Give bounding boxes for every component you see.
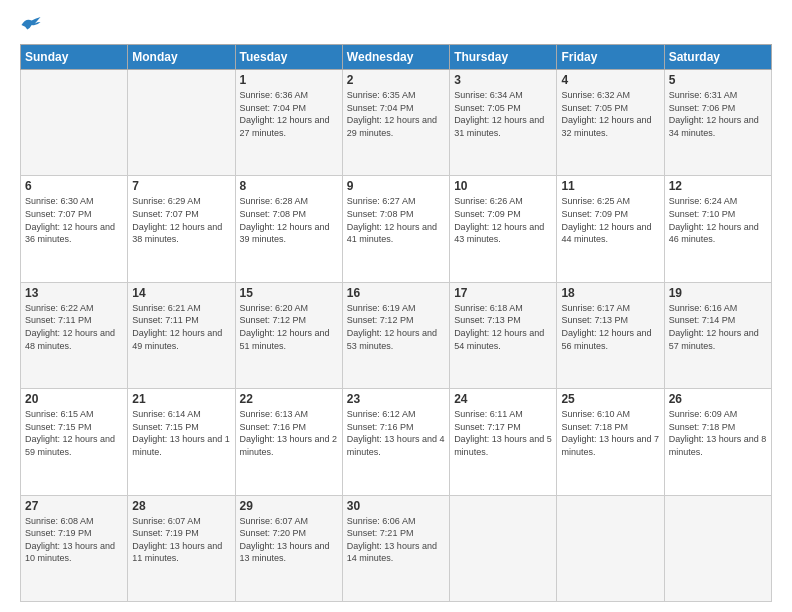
day-info: Sunrise: 6:24 AM Sunset: 7:10 PM Dayligh… xyxy=(669,195,767,245)
calendar-cell: 22Sunrise: 6:13 AM Sunset: 7:16 PM Dayli… xyxy=(235,389,342,495)
calendar-cell: 14Sunrise: 6:21 AM Sunset: 7:11 PM Dayli… xyxy=(128,282,235,388)
day-info: Sunrise: 6:10 AM Sunset: 7:18 PM Dayligh… xyxy=(561,408,659,458)
calendar-table: SundayMondayTuesdayWednesdayThursdayFrid… xyxy=(20,44,772,602)
calendar-week-row: 27Sunrise: 6:08 AM Sunset: 7:19 PM Dayli… xyxy=(21,495,772,601)
day-info: Sunrise: 6:17 AM Sunset: 7:13 PM Dayligh… xyxy=(561,302,659,352)
day-info: Sunrise: 6:13 AM Sunset: 7:16 PM Dayligh… xyxy=(240,408,338,458)
day-number: 13 xyxy=(25,286,123,300)
day-info: Sunrise: 6:19 AM Sunset: 7:12 PM Dayligh… xyxy=(347,302,445,352)
day-number: 26 xyxy=(669,392,767,406)
day-info: Sunrise: 6:08 AM Sunset: 7:19 PM Dayligh… xyxy=(25,515,123,565)
day-number: 21 xyxy=(132,392,230,406)
day-info: Sunrise: 6:07 AM Sunset: 7:19 PM Dayligh… xyxy=(132,515,230,565)
day-number: 19 xyxy=(669,286,767,300)
day-info: Sunrise: 6:18 AM Sunset: 7:13 PM Dayligh… xyxy=(454,302,552,352)
day-info: Sunrise: 6:32 AM Sunset: 7:05 PM Dayligh… xyxy=(561,89,659,139)
header xyxy=(20,16,772,34)
calendar-cell: 16Sunrise: 6:19 AM Sunset: 7:12 PM Dayli… xyxy=(342,282,449,388)
day-info: Sunrise: 6:06 AM Sunset: 7:21 PM Dayligh… xyxy=(347,515,445,565)
day-info: Sunrise: 6:25 AM Sunset: 7:09 PM Dayligh… xyxy=(561,195,659,245)
day-info: Sunrise: 6:07 AM Sunset: 7:20 PM Dayligh… xyxy=(240,515,338,565)
day-number: 28 xyxy=(132,499,230,513)
day-info: Sunrise: 6:28 AM Sunset: 7:08 PM Dayligh… xyxy=(240,195,338,245)
day-info: Sunrise: 6:11 AM Sunset: 7:17 PM Dayligh… xyxy=(454,408,552,458)
day-number: 1 xyxy=(240,73,338,87)
calendar-cell: 8Sunrise: 6:28 AM Sunset: 7:08 PM Daylig… xyxy=(235,176,342,282)
calendar-cell: 11Sunrise: 6:25 AM Sunset: 7:09 PM Dayli… xyxy=(557,176,664,282)
day-number: 3 xyxy=(454,73,552,87)
day-number: 6 xyxy=(25,179,123,193)
calendar-cell: 19Sunrise: 6:16 AM Sunset: 7:14 PM Dayli… xyxy=(664,282,771,388)
calendar-cell: 4Sunrise: 6:32 AM Sunset: 7:05 PM Daylig… xyxy=(557,70,664,176)
weekday-header-sunday: Sunday xyxy=(21,45,128,70)
weekday-header-tuesday: Tuesday xyxy=(235,45,342,70)
calendar-cell xyxy=(21,70,128,176)
weekday-header-monday: Monday xyxy=(128,45,235,70)
weekday-header-wednesday: Wednesday xyxy=(342,45,449,70)
day-info: Sunrise: 6:12 AM Sunset: 7:16 PM Dayligh… xyxy=(347,408,445,458)
calendar-week-row: 6Sunrise: 6:30 AM Sunset: 7:07 PM Daylig… xyxy=(21,176,772,282)
calendar-cell: 27Sunrise: 6:08 AM Sunset: 7:19 PM Dayli… xyxy=(21,495,128,601)
day-info: Sunrise: 6:16 AM Sunset: 7:14 PM Dayligh… xyxy=(669,302,767,352)
day-info: Sunrise: 6:22 AM Sunset: 7:11 PM Dayligh… xyxy=(25,302,123,352)
calendar-cell: 30Sunrise: 6:06 AM Sunset: 7:21 PM Dayli… xyxy=(342,495,449,601)
calendar-cell: 21Sunrise: 6:14 AM Sunset: 7:15 PM Dayli… xyxy=(128,389,235,495)
calendar-cell: 3Sunrise: 6:34 AM Sunset: 7:05 PM Daylig… xyxy=(450,70,557,176)
calendar-cell xyxy=(128,70,235,176)
calendar-week-row: 20Sunrise: 6:15 AM Sunset: 7:15 PM Dayli… xyxy=(21,389,772,495)
day-info: Sunrise: 6:15 AM Sunset: 7:15 PM Dayligh… xyxy=(25,408,123,458)
calendar-cell: 26Sunrise: 6:09 AM Sunset: 7:18 PM Dayli… xyxy=(664,389,771,495)
calendar-cell xyxy=(557,495,664,601)
calendar-cell: 29Sunrise: 6:07 AM Sunset: 7:20 PM Dayli… xyxy=(235,495,342,601)
day-info: Sunrise: 6:36 AM Sunset: 7:04 PM Dayligh… xyxy=(240,89,338,139)
calendar-cell: 15Sunrise: 6:20 AM Sunset: 7:12 PM Dayli… xyxy=(235,282,342,388)
day-number: 9 xyxy=(347,179,445,193)
day-number: 17 xyxy=(454,286,552,300)
day-number: 14 xyxy=(132,286,230,300)
day-info: Sunrise: 6:27 AM Sunset: 7:08 PM Dayligh… xyxy=(347,195,445,245)
calendar-cell: 18Sunrise: 6:17 AM Sunset: 7:13 PM Dayli… xyxy=(557,282,664,388)
calendar-cell: 24Sunrise: 6:11 AM Sunset: 7:17 PM Dayli… xyxy=(450,389,557,495)
calendar-cell: 17Sunrise: 6:18 AM Sunset: 7:13 PM Dayli… xyxy=(450,282,557,388)
day-info: Sunrise: 6:14 AM Sunset: 7:15 PM Dayligh… xyxy=(132,408,230,458)
day-info: Sunrise: 6:34 AM Sunset: 7:05 PM Dayligh… xyxy=(454,89,552,139)
day-info: Sunrise: 6:35 AM Sunset: 7:04 PM Dayligh… xyxy=(347,89,445,139)
calendar-cell: 28Sunrise: 6:07 AM Sunset: 7:19 PM Dayli… xyxy=(128,495,235,601)
day-info: Sunrise: 6:09 AM Sunset: 7:18 PM Dayligh… xyxy=(669,408,767,458)
day-number: 30 xyxy=(347,499,445,513)
day-number: 4 xyxy=(561,73,659,87)
day-info: Sunrise: 6:30 AM Sunset: 7:07 PM Dayligh… xyxy=(25,195,123,245)
day-info: Sunrise: 6:20 AM Sunset: 7:12 PM Dayligh… xyxy=(240,302,338,352)
day-info: Sunrise: 6:26 AM Sunset: 7:09 PM Dayligh… xyxy=(454,195,552,245)
calendar-cell: 6Sunrise: 6:30 AM Sunset: 7:07 PM Daylig… xyxy=(21,176,128,282)
day-number: 20 xyxy=(25,392,123,406)
calendar-cell: 1Sunrise: 6:36 AM Sunset: 7:04 PM Daylig… xyxy=(235,70,342,176)
calendar-cell: 20Sunrise: 6:15 AM Sunset: 7:15 PM Dayli… xyxy=(21,389,128,495)
day-number: 16 xyxy=(347,286,445,300)
day-info: Sunrise: 6:21 AM Sunset: 7:11 PM Dayligh… xyxy=(132,302,230,352)
weekday-header-row: SundayMondayTuesdayWednesdayThursdayFrid… xyxy=(21,45,772,70)
calendar-cell: 12Sunrise: 6:24 AM Sunset: 7:10 PM Dayli… xyxy=(664,176,771,282)
calendar-cell: 7Sunrise: 6:29 AM Sunset: 7:07 PM Daylig… xyxy=(128,176,235,282)
logo-bird-icon xyxy=(20,16,42,34)
calendar-cell: 10Sunrise: 6:26 AM Sunset: 7:09 PM Dayli… xyxy=(450,176,557,282)
calendar-cell xyxy=(664,495,771,601)
calendar-week-row: 13Sunrise: 6:22 AM Sunset: 7:11 PM Dayli… xyxy=(21,282,772,388)
day-number: 10 xyxy=(454,179,552,193)
day-number: 18 xyxy=(561,286,659,300)
day-number: 15 xyxy=(240,286,338,300)
weekday-header-friday: Friday xyxy=(557,45,664,70)
day-number: 5 xyxy=(669,73,767,87)
calendar-cell xyxy=(450,495,557,601)
calendar-cell: 2Sunrise: 6:35 AM Sunset: 7:04 PM Daylig… xyxy=(342,70,449,176)
day-info: Sunrise: 6:31 AM Sunset: 7:06 PM Dayligh… xyxy=(669,89,767,139)
day-number: 23 xyxy=(347,392,445,406)
logo xyxy=(20,16,46,34)
day-number: 27 xyxy=(25,499,123,513)
calendar-week-row: 1Sunrise: 6:36 AM Sunset: 7:04 PM Daylig… xyxy=(21,70,772,176)
calendar-cell: 5Sunrise: 6:31 AM Sunset: 7:06 PM Daylig… xyxy=(664,70,771,176)
calendar-cell: 9Sunrise: 6:27 AM Sunset: 7:08 PM Daylig… xyxy=(342,176,449,282)
day-number: 25 xyxy=(561,392,659,406)
day-number: 11 xyxy=(561,179,659,193)
calendar-cell: 13Sunrise: 6:22 AM Sunset: 7:11 PM Dayli… xyxy=(21,282,128,388)
